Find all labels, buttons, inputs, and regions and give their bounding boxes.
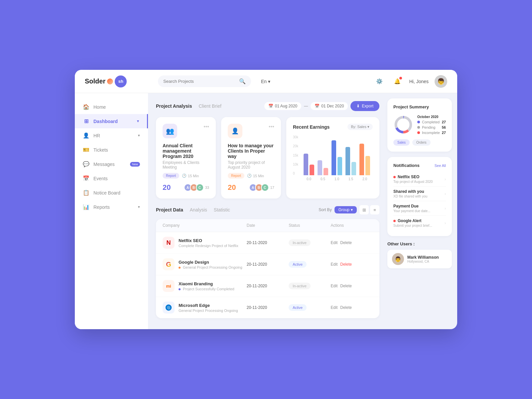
tab-client-brief[interactable]: Client Brief	[199, 103, 221, 109]
xiaomi-logo: mi	[163, 280, 175, 292]
filter-sales-button[interactable]: Sales	[393, 139, 410, 146]
notifications-button[interactable]: 🔔	[391, 75, 403, 87]
xiaomi-delete-button[interactable]: Delete	[340, 284, 352, 288]
cards-row: 👥 ••• Annual Client management Program 2…	[156, 117, 379, 199]
notice-board-icon: 📋	[83, 190, 89, 196]
xiaomi-date: 20-11-2020	[247, 284, 289, 288]
date-from[interactable]: 📅 01 Aug 2020	[264, 102, 301, 110]
card2-icon: 👤	[228, 124, 242, 138]
notif-item-google[interactable]: Google Alert Submit your project brief..…	[393, 216, 446, 230]
sidebar-label-reports: Reports	[93, 204, 110, 210]
date-to[interactable]: 📅 01 Dec 2020	[311, 102, 348, 110]
bar-group-5	[359, 144, 370, 175]
incomplete-label: Incomplete	[422, 131, 440, 135]
search-input[interactable]	[163, 79, 236, 84]
google-dot	[179, 267, 181, 269]
search-bar[interactable]: 🔍	[158, 75, 251, 87]
sidebar-item-dashboard[interactable]: ⊞ Dashboard ▾	[75, 114, 148, 128]
card1-header: 👥 •••	[163, 124, 209, 138]
download-icon: ⬇	[356, 104, 360, 108]
pending-dot	[417, 126, 420, 129]
notif-item-netflix[interactable]: Netflix SEO Top project of August 2020 ›	[393, 172, 446, 187]
google-edit-button[interactable]: Edit	[331, 262, 338, 267]
card2-header: 👤 •••	[228, 124, 274, 138]
sidebar-item-events[interactable]: 📅 Events	[75, 171, 148, 186]
chart-filter-button[interactable]: By: Sales ▾	[347, 124, 373, 130]
notif-google-sub: Submit your project brief...	[393, 224, 432, 227]
export-button[interactable]: ⬇ Export	[350, 101, 379, 111]
bar-x-labels: 0.0 0.5 1.0 1.5 2.0	[301, 175, 373, 181]
sidebar-item-messages[interactable]: 💬 Messages New	[75, 157, 148, 171]
card1-count: 20	[163, 183, 171, 192]
calendar-icon: 📅	[268, 104, 273, 108]
header: Solder sh 🔍 En ▾ ⚙️ 🔔 Hi, Jones 👦	[75, 70, 457, 93]
date-separator: —	[304, 104, 308, 108]
edge-logo	[163, 302, 175, 314]
table-row: Microsoft Edge General Project Processin…	[156, 297, 379, 318]
sort-by-label: Sort By	[319, 207, 332, 212]
tab-analysis[interactable]: Analysis	[190, 207, 207, 212]
notif-item-shared[interactable]: Shared with you XD file shared with you …	[393, 187, 446, 201]
card1-menu-button[interactable]: •••	[203, 124, 209, 130]
greeting-text: Hi, Jones	[409, 79, 429, 84]
tab-project-analysis[interactable]: Project Analysis	[156, 103, 192, 109]
user-avatar[interactable]: 👦	[435, 75, 447, 88]
pending-label: Pending	[422, 125, 440, 129]
donut-area: October 2020 Completed 27 Pending 56	[393, 114, 446, 135]
notif-shared-text: Shared with you XD file shared with you	[393, 189, 427, 198]
sidebar-item-notice-board[interactable]: 📋 Notice Board	[75, 186, 148, 200]
project-analysis-header: Project Analysis Client Brief 📅 01 Aug 2…	[156, 101, 379, 111]
notif-google-text: Google Alert Submit your project brief..…	[393, 218, 432, 227]
logo-sh: sh	[115, 75, 127, 87]
bar-group-1	[304, 154, 314, 175]
tab-statistic[interactable]: Statistic	[214, 207, 230, 212]
y-label-15k: 15k	[293, 154, 298, 157]
card1-icon: 👥	[163, 124, 177, 138]
bar-5b	[365, 156, 370, 175]
see-all-button[interactable]: See All	[435, 164, 446, 168]
edge-delete-button[interactable]: Delete	[340, 305, 352, 310]
table-row: mi Xiaomi Branding Project Successfully …	[156, 275, 379, 297]
list-view-button[interactable]: ≡	[370, 205, 379, 214]
sidebar-item-tickets[interactable]: 🎫 Tickets	[75, 143, 148, 157]
view-toggles: ⊞ ≡	[359, 205, 379, 214]
sidebar-item-reports[interactable]: 📊 Reports ▾	[75, 200, 148, 214]
reports-icon: 📊	[83, 204, 89, 210]
edge-edit-button[interactable]: Edit	[331, 305, 338, 310]
lang-selector[interactable]: En ▾	[261, 79, 270, 84]
netflix-desc: Complete Redesign Project of Netflix	[179, 244, 238, 248]
notif-payment-title: Payment Due	[393, 204, 430, 208]
notif-netflix-text: Netflix SEO Top project of August 2020	[393, 175, 433, 184]
home-icon: 🏠	[83, 104, 89, 110]
sort-group-text: Group	[338, 207, 349, 212]
bar-chart	[301, 135, 373, 175]
grid-view-button[interactable]: ⊞	[359, 205, 369, 214]
completed-dot	[417, 121, 420, 123]
card2-menu-button[interactable]: •••	[269, 124, 274, 130]
notif-chevron-icon3: ›	[445, 206, 446, 211]
main-content: Project Analysis Client Brief 📅 01 Aug 2…	[148, 93, 387, 329]
xiaomi-edit-button[interactable]: Edit	[331, 284, 338, 288]
sidebar-item-home[interactable]: 🏠 Home	[75, 100, 148, 114]
x-label-0: 0.0	[304, 177, 314, 181]
sidebar-label-messages: Messages	[93, 162, 115, 167]
tab-project-data[interactable]: Project Data	[156, 207, 183, 212]
xiaomi-status: In-active	[289, 283, 331, 289]
filter-orders-button[interactable]: Orders	[412, 139, 431, 146]
settings-button[interactable]: ⚙️	[373, 75, 385, 87]
google-delete-button[interactable]: Delete	[340, 262, 352, 267]
avatar-count1: 33	[205, 186, 209, 190]
y-axis-labels: 0 10k 15k 20k 30k	[293, 135, 301, 175]
netflix-delete-button[interactable]: Delete	[340, 240, 352, 245]
sidebar-item-hr[interactable]: 👤 HR ▾	[75, 128, 148, 143]
right-panel: Project Summery October 202	[387, 93, 457, 329]
legend-incomplete: Incomplete 27	[417, 131, 446, 135]
company-cell-google: G Google Design General Project Processi…	[163, 258, 247, 270]
sidebar-label-hr: HR	[93, 133, 100, 138]
netflix-edit-button[interactable]: Edit	[331, 240, 338, 245]
sort-group-button[interactable]: Group ▾	[334, 206, 357, 213]
notif-item-payment[interactable]: Payment Due Your payment due date... ›	[393, 201, 446, 216]
card2-time: 🕐 15 Min	[247, 174, 264, 178]
notif-google-dot	[393, 220, 396, 222]
earnings-chart-card: Recent Earnings By: Sales ▾ 0 10k 15k 20…	[286, 117, 379, 199]
